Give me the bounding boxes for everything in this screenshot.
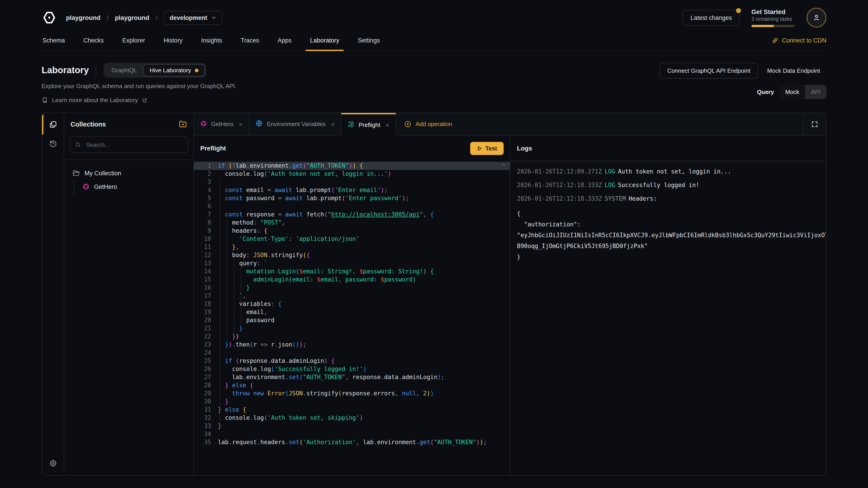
nav-item-schema[interactable]: Schema [41,32,66,51]
code-line[interactable]: 3 [194,178,510,186]
line-number: 13 [194,259,218,267]
app-window: playground / playground / development La… [0,0,868,488]
tree-guide-line [74,180,74,196]
test-button-label: Test [485,145,497,152]
code-line[interactable]: 34 [194,430,510,438]
tab-gethero[interactable]: GetHero× [194,113,249,135]
logs-output[interactable]: 2026-01-26T12:12:09.271ZLOGAuth token no… [510,161,826,263]
code-line[interactable]: 26 console.log('Successfully logged in!'… [194,365,510,373]
nav-item-settings[interactable]: Settings [357,32,381,51]
nav-item-history[interactable]: History [163,32,184,51]
line-number: 14 [194,267,218,275]
code-line[interactable]: 29 throw new Error(JSON.stringify(respon… [194,390,510,398]
nav-item-insights[interactable]: Insights [200,32,223,51]
nav-item-checks[interactable]: Checks [83,32,105,51]
code-line[interactable]: 21 } [194,324,510,332]
gear-icon [49,459,57,467]
add-operation-button[interactable]: Add operation [396,113,460,135]
tab-preflight[interactable]: Preflight× [342,113,396,135]
line-number: 11 [194,243,218,251]
code-line[interactable]: 33} [194,422,510,430]
code-line[interactable]: 1if (!lab.environment.get("AUTH_TOKEN"))… [194,162,510,170]
code-line[interactable]: 5 const password = await lab.prompt('Ent… [194,194,510,202]
close-icon[interactable]: × [239,121,242,128]
breadcrumb-org[interactable]: playground [66,14,100,21]
line-number: 8 [194,219,218,227]
test-button[interactable]: Test [470,142,503,155]
code-line[interactable]: 27 lab.environment.set("AUTH_TOKEN", res… [194,373,510,381]
code-line[interactable]: 12 body: JSON.stringify({ [194,251,510,259]
preflight-code-editor[interactable]: — 1if (!lab.environment.get("AUTH_TOKEN"… [194,161,510,475]
icon-rail [42,113,64,475]
latest-changes-label: Latest changes [690,14,732,21]
code-line[interactable]: 2 console.log('Auth token not set, loggi… [194,170,510,178]
hive-logo-icon[interactable] [41,10,57,25]
nav-item-laboratory[interactable]: Laboratory [309,32,340,51]
close-icon[interactable]: × [331,121,335,128]
active-rail-indicator [42,114,43,135]
plus-circle-icon [404,121,411,128]
nav-item-apps[interactable]: Apps [277,32,292,51]
code-text: 'Content-Type': 'application/json' [218,235,510,243]
log-entry: 2026-01-26T12:12:09.271ZLOGAuth token no… [517,168,826,176]
code-line[interactable]: 13 query: ` [194,259,510,267]
code-line[interactable]: 30 } [194,398,510,406]
breadcrumb-project[interactable]: playground [115,14,149,21]
collections-rail-button[interactable] [45,117,61,132]
settings-rail-button[interactable] [45,455,61,471]
nav-item-explorer[interactable]: Explorer [121,32,146,51]
code-text: headers: { [218,227,510,235]
target-selector[interactable]: development [164,11,222,25]
collection-folder-row[interactable]: My Collection [69,166,189,180]
search-input[interactable] [85,141,183,149]
fullscreen-button[interactable] [803,113,826,135]
collections-tree: My Collection GetHero [64,160,193,200]
close-icon[interactable]: × [385,121,389,129]
code-line[interactable]: 35lab.request.headers.set('Authorization… [194,438,510,447]
history-rail-button[interactable] [45,135,61,151]
code-line[interactable]: 25 if (response.data.adminLogin) { [194,357,510,365]
user-avatar[interactable] [807,8,827,28]
endpoint-option-mock[interactable]: Mock [779,85,805,99]
nav-item-traces[interactable]: Traces [240,32,260,51]
latest-changes-button[interactable]: Latest changes [683,10,740,26]
code-line[interactable]: 4 const email = await lab.prompt('Enter … [194,186,510,194]
collections-title: Collections [70,121,106,128]
tab-environment-variables[interactable]: Environment Variables× [249,113,342,135]
indent-guide [220,178,220,430]
mode-graphiql[interactable]: GraphiQL [105,64,143,76]
line-number: 22 [194,332,218,341]
code-line[interactable]: 6 [194,202,510,210]
code-line[interactable]: 22 }) [194,332,510,341]
code-line[interactable]: 9 headers: { [194,227,510,235]
operation-row-gethero[interactable]: GetHero [79,180,189,193]
code-line[interactable]: 8 method: "POST", [194,219,510,227]
code-text: const email = await lab.prompt('Enter em… [218,186,510,194]
code-line[interactable]: 11 }, [194,243,510,251]
connect-endpoint-button[interactable]: Connect GraphQL API Endpoint [659,63,758,78]
collections-search[interactable] [70,136,188,153]
code-line[interactable]: 32 console.log('Auth token set, skipping… [194,414,510,422]
line-number: 6 [194,202,218,210]
learn-more-link[interactable]: Learn more about the Laboratory [41,97,659,103]
endpoint-option-api[interactable]: API [805,85,827,99]
code-text: if (response.data.adminLogin) { [218,357,510,365]
code-text: mutation Login($email: String!, $passwor… [218,267,510,275]
code-line[interactable]: 10 'Content-Type': 'application/json' [194,235,510,243]
code-line[interactable]: 23 }).then(r => r.json()); [194,341,510,349]
code-line[interactable]: 28 } else { [194,381,510,390]
globe-icon [256,120,263,128]
person-icon [812,13,820,22]
mock-endpoint-button[interactable]: Mock Data Endpoint [761,63,827,78]
collapse-handle-icon[interactable]: — [502,161,505,168]
mode-hive-laboratory[interactable]: Hive Laboratory [143,64,205,76]
connect-cdn-link[interactable]: Connect to CDN [772,37,827,45]
play-icon [476,145,482,151]
line-number: 16 [194,284,218,292]
code-line[interactable]: 7 const response = await fetch("http://l… [194,210,510,219]
code-line[interactable]: 24 [194,349,510,357]
get-started-widget[interactable]: Get Started 3 remaining tasks [751,8,795,27]
new-collection-button[interactable] [179,120,187,128]
indent-guide [227,219,227,341]
code-line[interactable]: 31} else { [194,406,510,414]
